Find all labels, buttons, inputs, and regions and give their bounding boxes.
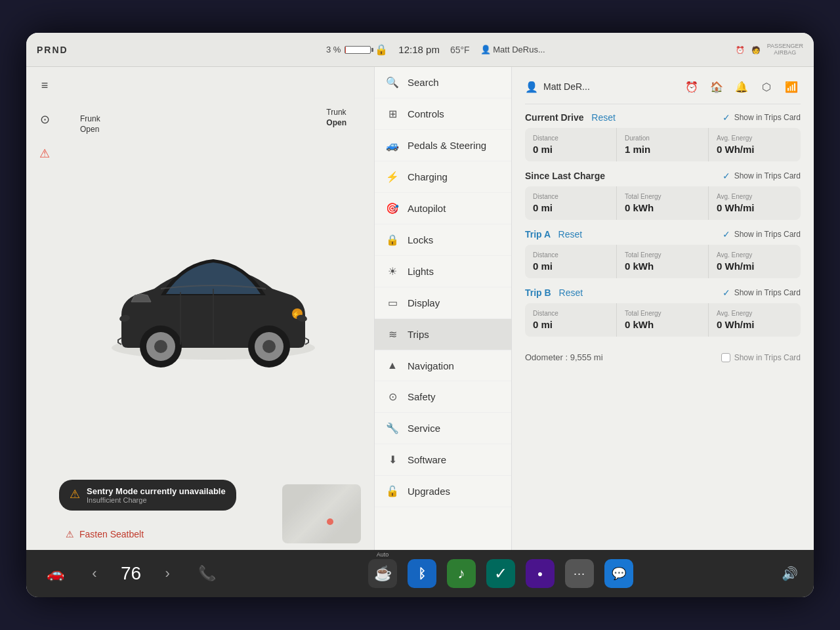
app-coffee[interactable]: Auto ☕ (368, 559, 397, 588)
trip-a-title: Trip A Reset (525, 229, 582, 240)
menu-label-software: Software (408, 454, 446, 465)
trip-b-trips-label: Show in Trips Card (734, 288, 801, 297)
signal-icon[interactable]: 📶 (782, 77, 801, 96)
battery-fill (345, 47, 346, 53)
menu-item-navigation[interactable]: ▲ Navigation (375, 350, 511, 381)
menu-item-search[interactable]: 🔍 Search (375, 67, 511, 98)
navigation-icon: ▲ (385, 360, 400, 371)
current-drive-show-trips[interactable]: ✓ Show in Trips Card (723, 112, 801, 123)
trip-a-reset-btn[interactable]: Reset (558, 229, 583, 240)
current-drive-data: Distance 0 mi Duration 1 min Avg. Energy… (525, 128, 801, 161)
lights-icon: ☀ (385, 265, 400, 278)
pedals-icon: 🚙 (385, 139, 400, 152)
left-sidebar-icons: ≡ ⊙ ⚠ (34, 75, 55, 164)
notification-bell-icon[interactable]: 🔔 (732, 77, 751, 96)
search-icon: 🔍 (385, 76, 400, 89)
menu-panel: 🔍 Search ⊞ Controls 🚙 Pedals & Steering … (374, 67, 512, 550)
odometer-checkbox[interactable] (721, 353, 730, 362)
menu-item-display[interactable]: ▭ Display (375, 287, 511, 319)
phone-taskbar-icon[interactable]: 📞 (194, 560, 220, 587)
since-last-charge-data: Distance 0 mi Total Energy 0 kWh Avg. En… (525, 186, 801, 220)
menu-label-controls: Controls (408, 108, 444, 119)
menu-item-pedals[interactable]: 🚙 Pedals & Steering (375, 130, 511, 161)
back-taskbar-icon[interactable]: ‹ (81, 560, 108, 587)
trips-icon: ≋ (385, 328, 400, 341)
home-icon[interactable]: 🏠 (707, 77, 726, 96)
time-display: 12:18 pm (398, 44, 440, 55)
sentry-subtitle: Insufficient Charge (87, 496, 226, 504)
odometer-show-trips[interactable]: Show in Trips Card (721, 353, 801, 362)
menu-item-autopilot[interactable]: 🎯 Autopilot (375, 193, 511, 224)
menu-item-locks[interactable]: 🔒 Locks (375, 224, 511, 256)
slc-total-energy: Total Energy 0 kWh (617, 186, 709, 220)
taskbar-right: 🔊 (782, 566, 798, 581)
trip-b-avg-energy: Avg. Energy 0 Wh/mi (709, 303, 801, 337)
current-drive-reset-btn[interactable]: Reset (591, 112, 616, 123)
check-icon: ✓ (723, 112, 730, 123)
menu-label-lights: Lights (408, 266, 434, 277)
menu-item-trips[interactable]: ≋ Trips (375, 319, 511, 350)
trip-b-total-energy: Total Energy 0 kWh (617, 303, 709, 337)
since-last-charge-show-trips[interactable]: ✓ Show in Trips Card (723, 171, 801, 181)
menu-item-controls[interactable]: ⊞ Controls (375, 98, 511, 130)
trip-b-reset-btn[interactable]: Reset (559, 287, 583, 298)
check-icon-tb: ✓ (723, 287, 730, 298)
volume-icon[interactable]: 🔊 (782, 566, 798, 581)
menu-item-safety[interactable]: ⊙ Safety (375, 381, 511, 413)
menu-item-charging[interactable]: ⚡ Charging (375, 161, 511, 193)
slc-distance: Distance 0 mi (525, 186, 617, 220)
odometer-row: Odometer : 9,555 mi Show in Trips Card (525, 346, 801, 362)
menu-item-service[interactable]: 🔧 Service (375, 413, 511, 444)
cabin-temp-display[interactable]: 76 (121, 563, 141, 584)
slc-avg-energy: Avg. Energy 0 Wh/mi (709, 186, 801, 220)
menu-label-locks: Locks (408, 234, 433, 245)
odometer-show-trips-label: Show in Trips Card (734, 353, 801, 362)
odometer-reading: Odometer : 9,555 mi (525, 352, 603, 362)
tesla-screen: PRND 3 % 🔒 12:18 pm 65°F 👤 Matt DeRus...… (26, 33, 814, 597)
trip-b-distance: Distance 0 mi (525, 303, 617, 337)
tire-icon[interactable]: ⊙ (34, 109, 55, 130)
status-bar: PRND 3 % 🔒 12:18 pm 65°F 👤 Matt DeRus...… (26, 33, 814, 67)
alarm-icon[interactable]: ⏰ (682, 77, 701, 96)
menu-label-trips: Trips (408, 329, 429, 340)
person-icon: 🧑 (751, 46, 761, 54)
car-taskbar-icon[interactable]: 🚗 (42, 560, 68, 587)
trip-a-data: Distance 0 mi Total Energy 0 kWh Avg. En… (525, 245, 801, 278)
menu-icon-sidebar[interactable]: ≡ (34, 75, 55, 96)
trip-a-section: Trip A Reset ✓ Show in Trips Card Distan… (525, 229, 801, 278)
menu-item-upgrades[interactable]: 🔓 Upgrades (375, 476, 511, 507)
clock-icon: ⏰ (736, 46, 745, 54)
airbag-label: PASSENGERAIRBAG (767, 43, 803, 56)
trip-b-show-trips[interactable]: ✓ Show in Trips Card (723, 287, 801, 298)
top-right-icons: ⏰ 🧑 PASSENGERAIRBAG (736, 33, 803, 67)
right-icons-group: ⏰ 🏠 🔔 ⬡ 📶 (682, 77, 801, 96)
lock-icon: 🔒 (375, 43, 388, 56)
menu-label-search: Search (408, 77, 439, 88)
trip-b-data: Distance 0 mi Total Energy 0 kWh Avg. En… (525, 303, 801, 337)
app-check[interactable]: ✓ (486, 559, 515, 588)
right-panel: 👤 Matt DeR... ⏰ 🏠 🔔 ⬡ 📶 Current Drive Re… (512, 67, 814, 550)
user-row: 👤 Matt DeR... (525, 81, 590, 93)
current-drive-header: Current Drive Reset ✓ Show in Trips Card (525, 112, 801, 123)
bluetooth-icon[interactable]: ⬡ (757, 77, 776, 96)
app-more[interactable]: ··· (565, 559, 594, 588)
app-radio[interactable]: ● (526, 559, 555, 588)
taskbar-apps: Auto ☕ ᛒ ♪ ✓ ● ··· 💬 (368, 559, 633, 588)
trip-a-distance: Distance 0 mi (525, 245, 617, 278)
menu-item-lights[interactable]: ☀ Lights (375, 256, 511, 287)
trunk-label: Trunk Open (326, 108, 346, 128)
app-chat[interactable]: 💬 (604, 559, 633, 588)
app-bluetooth[interactable]: ᛒ (408, 559, 436, 588)
minimap[interactable] (282, 484, 361, 543)
service-icon: 🔧 (385, 422, 400, 434)
menu-label-charging: Charging (408, 171, 448, 182)
svg-point-3 (154, 340, 167, 353)
forward-taskbar-icon[interactable]: › (154, 560, 180, 587)
trip-a-show-trips[interactable]: ✓ Show in Trips Card (723, 229, 801, 240)
minimap-location-dot (327, 518, 333, 525)
frunk-label: Frunk Open (80, 114, 100, 135)
menu-label-display: Display (408, 297, 440, 308)
menu-item-software[interactable]: ⬇ Software (375, 444, 511, 476)
app-spotify[interactable]: ♪ (447, 559, 476, 588)
trip-b-title: Trip B Reset (525, 287, 583, 298)
